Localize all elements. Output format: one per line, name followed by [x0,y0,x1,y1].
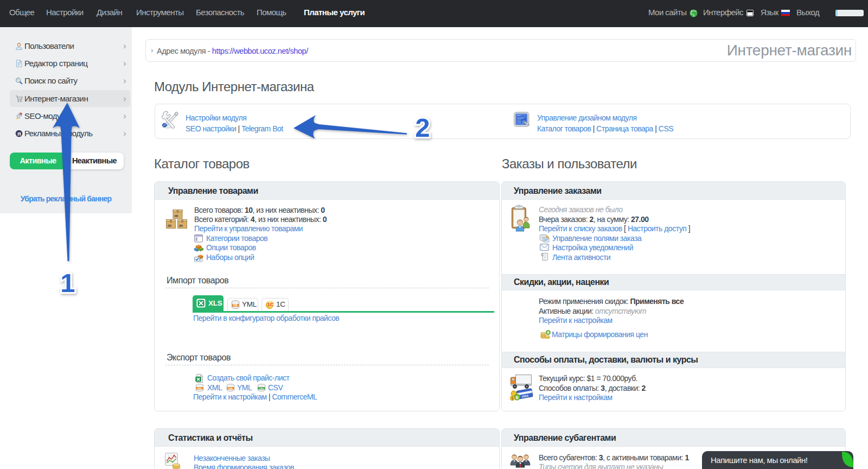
svg-text:$: $ [516,395,519,400]
svg-text:$: $ [512,396,514,401]
svg-text:YML: YML [233,304,238,307]
svg-text:VISA: VISA [521,394,529,398]
svg-text:Я: Я [17,131,21,137]
svg-text:1: 1 [60,268,75,297]
svg-text:2: 2 [415,113,430,142]
svg-text:XML: XML [197,387,202,390]
svg-text:CSV: CSV [259,387,264,390]
svg-text:YML: YML [228,387,233,390]
svg-text:1С: 1С [267,302,274,307]
